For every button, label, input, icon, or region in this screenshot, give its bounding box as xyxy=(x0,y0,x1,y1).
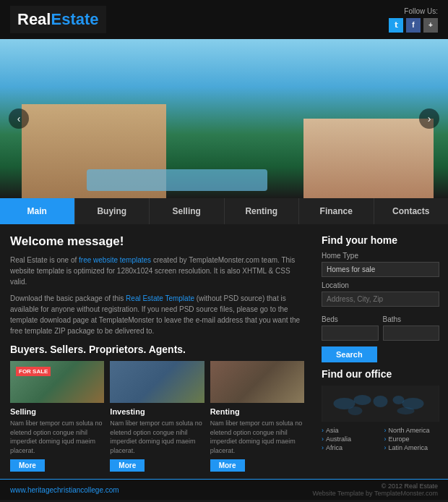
investing-card: Investing Nam liber tempor cum soluta no… xyxy=(110,361,204,472)
footer-right: © 2012 Real Estate Website Template by T… xyxy=(312,482,438,497)
world-map-svg xyxy=(322,386,439,422)
right-column: Find your home Home Type Homes for sale … xyxy=(314,224,448,479)
region-north-america[interactable]: North America xyxy=(384,426,440,435)
free-templates-link[interactable]: free website templates xyxy=(79,256,151,264)
follow-us: Follow Us: 𝕥 f + xyxy=(389,7,438,33)
region-latin-america[interactable]: Latin America xyxy=(384,443,440,452)
region-asia[interactable]: Asia xyxy=(322,426,377,435)
nav-item-main[interactable]: Main xyxy=(0,198,75,224)
follow-label: Follow Us: xyxy=(389,7,438,15)
selling-card-image: FOR SALE xyxy=(10,361,104,403)
logo-estate: Estate xyxy=(51,10,98,28)
plus-icon[interactable]: + xyxy=(423,18,438,33)
welcome-text-1: Real Estate is one of free website templ… xyxy=(10,255,304,287)
hero-prev-button[interactable]: ‹ xyxy=(9,109,29,129)
baths-label: Baths xyxy=(383,315,440,323)
welcome-text-2: Download the basic package of this Real … xyxy=(10,293,304,336)
facebook-icon[interactable]: f xyxy=(406,18,421,33)
svg-point-2 xyxy=(354,395,371,405)
beds-group: Beds 1 2 3 xyxy=(322,311,379,341)
for-sale-badge: FOR SALE xyxy=(16,367,51,376)
beds-select[interactable]: 1 2 3 xyxy=(322,326,379,341)
office-regions: Asia Australia Africa North America Euro… xyxy=(322,426,439,452)
baths-select[interactable]: 1 2 xyxy=(383,326,440,341)
investing-card-text: Nam liber tempor cum soluta no eletend o… xyxy=(110,419,204,455)
footer: www.heritagechristiancollege.com © 2012 … xyxy=(0,479,448,500)
cards-container: FOR SALE Selling Nam liber tempor cum so… xyxy=(10,361,304,472)
svg-point-6 xyxy=(348,407,363,415)
find-office-title: Find our office xyxy=(322,368,439,380)
location-label: Location xyxy=(322,281,439,289)
selling-card: FOR SALE Selling Nam liber tempor cum so… xyxy=(10,361,104,472)
pool-image xyxy=(87,169,267,191)
hero-next-button[interactable]: › xyxy=(419,109,439,129)
location-input[interactable] xyxy=(322,292,439,307)
footer-copyright: © 2012 Real Estate xyxy=(312,482,438,490)
beds-baths-row: Beds 1 2 3 Baths 1 2 xyxy=(322,311,439,341)
buyers-section-title: Buyers. Sellers. Proprietors. Agents. xyxy=(10,344,304,355)
beds-label: Beds xyxy=(322,315,379,323)
home-type-label: Home Type xyxy=(322,252,439,260)
renting-card-title: Renting xyxy=(210,407,304,416)
office-col-right: North America Europe Latin America xyxy=(384,426,440,452)
main-content: Welcome message! Real Estate is one of f… xyxy=(0,224,448,479)
baths-group: Baths 1 2 xyxy=(383,311,440,341)
selling-card-title: Selling xyxy=(10,407,104,416)
footer-by: Website Template by TemplateMonster.com xyxy=(312,490,438,497)
footer-url: www.heritagechristiancollege.com xyxy=(10,486,119,494)
renting-card: Renting Nam liber tempor cum soluta no e… xyxy=(210,361,304,472)
selling-card-text: Nam liber tempor cum soluta no eletend o… xyxy=(10,419,104,455)
nav-item-selling[interactable]: Selling xyxy=(150,198,225,224)
header: RealEstate Follow Us: 𝕥 f + xyxy=(0,0,448,39)
logo: RealEstate xyxy=(10,6,106,33)
social-icons: 𝕥 f + xyxy=(389,18,438,33)
renting-more-button[interactable]: More xyxy=(210,459,245,472)
renting-card-image xyxy=(210,361,304,403)
find-home-title: Find your home xyxy=(322,234,439,246)
real-estate-template-link[interactable]: Real Estate Template xyxy=(126,294,194,302)
investing-card-image xyxy=(110,361,204,403)
left-column: Welcome message! Real Estate is one of f… xyxy=(0,224,314,479)
investing-more-button[interactable]: More xyxy=(110,459,145,472)
svg-point-3 xyxy=(374,396,388,407)
nav-item-contacts[interactable]: Contacts xyxy=(374,198,449,224)
region-africa[interactable]: Africa xyxy=(322,443,377,452)
investing-card-title: Investing xyxy=(110,407,204,416)
search-button[interactable]: Search xyxy=(322,346,377,362)
nav-item-buying[interactable]: Buying xyxy=(75,198,150,224)
nav-item-finance[interactable]: Finance xyxy=(299,198,374,224)
svg-point-7 xyxy=(397,407,415,414)
renting-card-text: Nam liber tempor cum soluta no eletend o… xyxy=(210,419,304,455)
selling-more-button[interactable]: More xyxy=(10,459,45,472)
home-type-select[interactable]: Homes for sale xyxy=(322,262,439,277)
hero-banner: ‹ › xyxy=(0,39,448,198)
welcome-title: Welcome message! xyxy=(10,234,304,249)
main-nav: Main Buying Selling Renting Finance Cont… xyxy=(0,198,448,224)
office-col-left: Asia Australia Africa xyxy=(322,426,377,452)
region-australia[interactable]: Australia xyxy=(322,435,377,443)
logo-real: Real xyxy=(17,10,51,28)
nav-item-renting[interactable]: Renting xyxy=(225,198,300,224)
region-europe[interactable]: Europe xyxy=(384,435,440,443)
twitter-icon[interactable]: 𝕥 xyxy=(389,18,403,33)
world-map xyxy=(322,386,439,422)
